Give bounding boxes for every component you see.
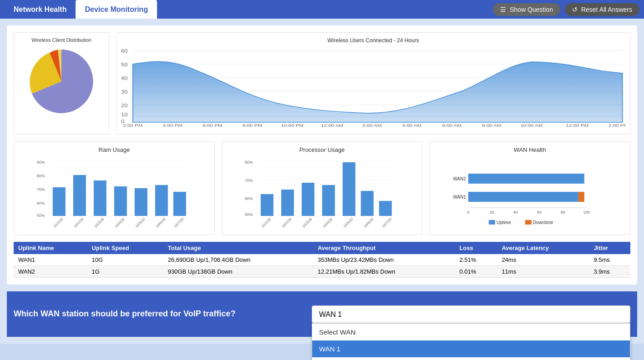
ram-bar-4 [114,186,127,216]
svg-text:2:00 PM: 2:00 PM [609,123,625,128]
svg-text:12:00 PM: 12:00 PM [566,123,589,128]
processor-chart-container: Processor Usage 80% 70% 60% 50% [222,141,423,235]
col-uplink-speed: Uplink Speed [87,242,163,254]
svg-text:50: 50 [121,62,127,67]
line-chart-title: Wireless Users Connected - 24 Hours [121,37,625,44]
reset-answers-label: Reset All Answers [581,6,632,13]
tab-network-health[interactable]: Network Health [5,0,76,19]
question-text: Which WAN station should be preferred fo… [14,308,303,320]
svg-text:10/4/20: 10/4/20 [322,217,334,228]
svg-text:0: 0 [467,210,470,215]
svg-text:10/3/20: 10/3/20 [301,217,313,228]
svg-text:4:00 AM: 4:00 AM [402,123,421,128]
wan1-name: WAN1 [14,254,87,266]
wan1-uptime-bar [468,192,578,202]
svg-text:10/6/20: 10/6/20 [155,217,167,228]
svg-text:WAN1: WAN1 [453,195,467,200]
svg-text:20: 20 [121,103,127,108]
wan-select[interactable]: Select WAN WAN 1 WAN 2 [312,305,630,323]
dropdown-item-select-wan[interactable]: Select WAN [312,324,630,340]
pie-chart-svg [25,45,98,118]
select-wrapper: Select WAN WAN 1 WAN 2 Select WAN WAN 1 … [312,305,630,323]
svg-text:2:00 PM: 2:00 PM [123,123,142,128]
wan2-speed: 1G [87,266,163,278]
wan1-loss: 2.51% [455,254,497,266]
svg-text:10/3/20: 10/3/20 [93,217,105,228]
show-question-label: Show Question [510,6,553,13]
svg-text:10/2/20: 10/2/20 [281,217,293,228]
proc-bar-6 [361,191,374,216]
svg-text:12:00 AM: 12:00 AM [321,123,343,128]
top-charts-row: Wireless Client Distribution Wireless Us… [14,32,630,135]
svg-text:60: 60 [537,210,542,215]
svg-text:30: 30 [121,90,127,94]
svg-text:WAN2: WAN2 [453,176,467,181]
pie-chart-container: Wireless Client Distribution [14,32,109,135]
line-chart-area [133,61,623,122]
reset-answers-button[interactable]: ↺ Reset All Answers [565,3,639,16]
table-row: WAN2 1G 930GB Up/138GB Down 12.21MBs Up/… [14,266,630,278]
uplink-table: Uplink Name Uplink Speed Total Usage Ave… [14,242,630,278]
ram-bar-5 [135,188,147,216]
table-row: WAN1 10G 26,690GB Up/1,708.4GB Down 353M… [14,254,630,266]
proc-bar-1 [261,194,274,216]
svg-text:80%: 80% [37,174,45,178]
pie-chart-title: Wireless Client Distribution [31,37,91,43]
show-question-icon: ☰ [500,6,506,13]
proc-bar-5 [343,162,355,216]
tab-device-monitoring[interactable]: Device Monitoring [76,0,157,19]
proc-bar-3 [302,183,314,216]
svg-text:70%: 70% [37,187,45,192]
svg-text:10/7/20: 10/7/20 [173,217,185,228]
ram-bar-2 [73,175,86,216]
svg-text:4:00 PM: 4:00 PM [163,123,183,128]
dropdown-item-wan1[interactable]: WAN 1 [312,340,630,357]
ram-bar-7 [173,192,186,216]
wan-health-container: WAN Health WAN2 WAN1 0 20 [429,141,630,235]
dropdown-item-wan2[interactable]: WAN 2 [312,357,630,360]
svg-text:6:00 AM: 6:00 AM [442,123,461,128]
svg-text:80: 80 [561,210,565,215]
middle-charts-row: Ram Usage 90% 80% 70% 60% 50% [14,141,630,235]
svg-text:60%: 60% [37,201,45,205]
wan1-downtime-bar [578,192,584,202]
svg-text:10/6/20: 10/6/20 [363,217,375,228]
svg-text:50%: 50% [37,213,45,218]
app-header: Network Health Device Monitoring ☰ Show … [0,0,644,19]
line-chart-svg: 60 50 40 30 20 10 0 [121,46,625,128]
processor-chart-title: Processor Usage [227,146,418,153]
svg-text:10/1/20: 10/1/20 [52,217,64,228]
svg-text:10/1/20: 10/1/20 [260,217,272,228]
svg-text:2:00 AM: 2:00 AM [362,123,381,128]
svg-text:50%: 50% [245,212,253,217]
col-jitter: Jitter [589,242,630,254]
wan2-uptime-bar [468,174,584,184]
wan2-throughput: 12.21MBs Up/1.82MBs Down [313,266,455,278]
legend-uptime-swatch [489,220,495,225]
line-chart-container: Wireless Users Connected - 24 Hours 60 5… [116,32,630,135]
wan2-total-usage: 930GB Up/138GB Down [163,266,313,278]
col-loss: Loss [455,242,497,254]
svg-text:40: 40 [513,210,518,215]
wan-health-title: WAN Health [434,146,625,153]
svg-text:10/5/20: 10/5/20 [134,217,146,228]
ram-bar-1 [53,187,66,216]
ram-chart-title: Ram Usage [19,146,210,153]
svg-text:10:00 AM: 10:00 AM [520,123,543,128]
question-area: Which WAN station should be preferred fo… [7,291,637,337]
svg-text:10/7/20: 10/7/20 [381,217,393,228]
wan1-latency: 24ms [497,254,589,266]
svg-text:70%: 70% [245,178,253,183]
wan1-jitter: 9.5ms [589,254,630,266]
wan2-loss: 0.01% [455,266,497,278]
svg-text:100: 100 [583,210,590,215]
show-question-button[interactable]: ☰ Show Question [493,3,560,16]
wan1-speed: 10G [87,254,163,266]
svg-text:60: 60 [121,49,127,53]
svg-text:60%: 60% [245,196,253,201]
svg-text:10: 10 [121,112,127,117]
svg-text:8:00 AM: 8:00 AM [482,123,501,128]
svg-text:90%: 90% [37,160,45,165]
svg-text:40: 40 [121,76,127,80]
svg-text:10:00 PM: 10:00 PM [281,123,304,128]
